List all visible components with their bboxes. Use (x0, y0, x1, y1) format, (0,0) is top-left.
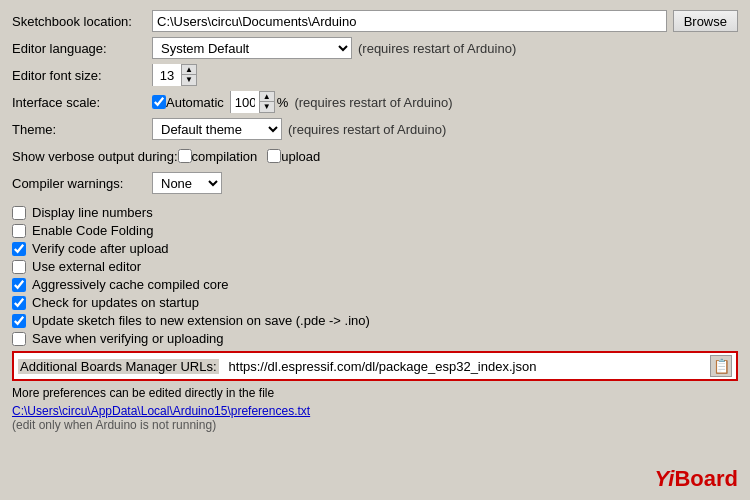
display-line-numbers-label: Display line numbers (32, 205, 153, 220)
automatic-checkbox[interactable] (152, 95, 166, 109)
scale-input[interactable] (231, 91, 259, 113)
editor-font-size-row: Editor font size: ▲ ▼ (12, 64, 738, 86)
cache-compiled-checkbox[interactable] (12, 278, 26, 292)
theme-restart-note: (requires restart of Arduino) (288, 122, 446, 137)
theme-row: Theme: Default theme (requires restart o… (12, 118, 738, 140)
additional-urls-label: Additional Boards Manager URLs: (18, 359, 219, 374)
verbose-output-row: Show verbose output during: compilation … (12, 145, 738, 167)
percent-label: % (277, 95, 289, 110)
interface-scale-row: Interface scale: Automatic ▲ ▼ % (requir… (12, 91, 738, 113)
checkbox-row-external-editor: Use external editor (12, 259, 738, 274)
editor-language-label: Editor language: (12, 41, 152, 56)
interface-scale-label: Interface scale: (12, 95, 152, 110)
preferences-panel: Sketchbook location: Browse Editor langu… (0, 0, 750, 500)
prefs-path-link[interactable]: C:\Users\circu\AppData\Local\Arduino15\p… (12, 404, 310, 418)
edit-note-row: (edit only when Arduino is not running) (12, 418, 738, 432)
compiler-warnings-row: Compiler warnings: None Default More All (12, 172, 738, 194)
compilation-checkbox[interactable] (178, 149, 192, 163)
font-size-up[interactable]: ▲ (182, 65, 196, 75)
cache-compiled-label: Aggressively cache compiled core (32, 277, 229, 292)
compiler-warnings-label: Compiler warnings: (12, 176, 152, 191)
save-verifying-checkbox[interactable] (12, 332, 26, 346)
check-updates-checkbox[interactable] (12, 296, 26, 310)
checkbox-row-update-sketch: Update sketch files to new extension on … (12, 313, 738, 328)
checkbox-row-display-line-numbers: Display line numbers (12, 205, 738, 220)
upload-label: upload (281, 149, 320, 164)
verbose-output-label: Show verbose output during: (12, 149, 178, 164)
theme-label: Theme: (12, 122, 152, 137)
external-editor-checkbox[interactable] (12, 260, 26, 274)
scale-spinners: ▲ ▼ (259, 92, 274, 112)
verify-code-label: Verify code after upload (32, 241, 169, 256)
edit-note-text: (edit only when Arduino is not running) (12, 418, 216, 432)
enable-code-folding-checkbox[interactable] (12, 224, 26, 238)
font-size-spinners: ▲ ▼ (181, 65, 196, 85)
browse-button[interactable]: Browse (673, 10, 738, 32)
scale-wrapper: ▲ ▼ (230, 91, 275, 113)
editor-language-restart-note: (requires restart of Arduino) (358, 41, 516, 56)
compiler-warnings-select[interactable]: None Default More All (152, 172, 222, 194)
scale-restart-note: (requires restart of Arduino) (294, 95, 452, 110)
yiboard-logo: YiBoard (654, 466, 738, 492)
update-sketch-checkbox[interactable] (12, 314, 26, 328)
editor-language-select[interactable]: System Default (152, 37, 352, 59)
additional-urls-edit-button[interactable]: 📋 (710, 355, 732, 377)
font-size-input[interactable] (153, 64, 181, 86)
prefs-note-text: More preferences can be edited directly … (12, 386, 274, 400)
upload-checkbox[interactable] (267, 149, 281, 163)
editor-font-size-label: Editor font size: (12, 68, 152, 83)
prefs-note: More preferences can be edited directly … (12, 386, 738, 400)
additional-urls-input[interactable] (225, 355, 706, 377)
enable-code-folding-label: Enable Code Folding (32, 223, 153, 238)
verify-code-checkbox[interactable] (12, 242, 26, 256)
prefs-path-row: C:\Users\circu\AppData\Local\Arduino15\p… (12, 404, 738, 418)
checkbox-row-enable-code-folding: Enable Code Folding (12, 223, 738, 238)
sketchbook-row: Sketchbook location: Browse (12, 10, 738, 32)
checkbox-row-verify-code: Verify code after upload (12, 241, 738, 256)
checkbox-row-check-updates: Check for updates on startup (12, 295, 738, 310)
additional-urls-row: Additional Boards Manager URLs: 📋 (12, 351, 738, 381)
scale-down[interactable]: ▼ (260, 102, 274, 112)
board-text: Board (674, 466, 738, 491)
sketchbook-input[interactable] (152, 10, 667, 32)
display-line-numbers-checkbox[interactable] (12, 206, 26, 220)
checkbox-row-cache-compiled: Aggressively cache compiled core (12, 277, 738, 292)
check-updates-label: Check for updates on startup (32, 295, 199, 310)
editor-language-row: Editor language: System Default (require… (12, 37, 738, 59)
yi-text: Yi (654, 466, 674, 491)
font-size-down[interactable]: ▼ (182, 75, 196, 85)
sketchbook-label: Sketchbook location: (12, 14, 152, 29)
scale-up[interactable]: ▲ (260, 92, 274, 102)
external-editor-label: Use external editor (32, 259, 141, 274)
automatic-label: Automatic (166, 95, 224, 110)
font-size-wrapper: ▲ ▼ (152, 64, 197, 86)
checkbox-row-save-verifying: Save when verifying or uploading (12, 331, 738, 346)
save-verifying-label: Save when verifying or uploading (32, 331, 224, 346)
update-sketch-label: Update sketch files to new extension on … (32, 313, 370, 328)
theme-select[interactable]: Default theme (152, 118, 282, 140)
compilation-label: compilation (192, 149, 258, 164)
